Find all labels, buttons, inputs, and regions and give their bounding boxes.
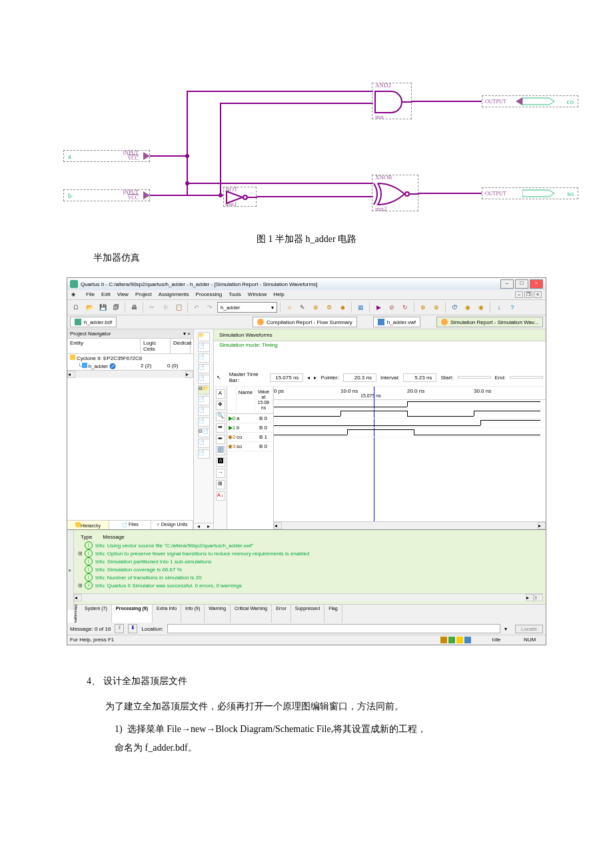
compile-button[interactable]: ▶ bbox=[372, 301, 384, 313]
msg-tab-system[interactable]: System (7) bbox=[81, 605, 112, 623]
nav-col-cells[interactable]: Logic Cells bbox=[141, 339, 171, 353]
menu-view[interactable]: View bbox=[117, 291, 129, 298]
redo-button[interactable]: ↷ bbox=[204, 301, 216, 313]
print-button[interactable]: 🖶 bbox=[128, 301, 140, 313]
nav-tab-units[interactable]: ♂ Design Units bbox=[151, 521, 193, 529]
timing-icon[interactable]: ⏱ bbox=[448, 301, 460, 313]
msg-tab-info[interactable]: Info (9) bbox=[181, 605, 205, 623]
saveall-button[interactable]: 🗐 bbox=[110, 301, 122, 313]
nav-left-icon[interactable]: ◂ bbox=[307, 375, 310, 381]
doc-close-button[interactable]: × bbox=[534, 291, 542, 298]
copy-button[interactable]: ⎘ bbox=[159, 301, 171, 313]
msg-col-type[interactable]: Type bbox=[75, 534, 97, 540]
msg-col-message[interactable]: Message bbox=[97, 534, 129, 540]
nav-row-device[interactable]: Cyclone II: EP2C35F672C8 bbox=[67, 354, 193, 362]
maximize-button[interactable]: □ bbox=[515, 279, 528, 289]
start-value[interactable] bbox=[458, 376, 491, 379]
tab-compilation[interactable]: Compilation Report - Flow Summary bbox=[253, 317, 357, 327]
signal-row-b[interactable]: ▶1bB 0 bbox=[227, 423, 273, 433]
msg-tab-critical[interactable]: Critical Warning bbox=[231, 605, 272, 623]
stop-icon[interactable]: ⊘ bbox=[386, 301, 398, 313]
signal-row-co[interactable]: ◉2coB 1 bbox=[227, 433, 273, 442]
tree-icon[interactable]: 📄 bbox=[198, 353, 210, 363]
doc-restore-button[interactable]: ❐ bbox=[524, 291, 532, 298]
msg-tab-extra[interactable]: Extra Info bbox=[153, 605, 181, 623]
message-row[interactable]: ⊞iInfo: Option to preserve fewer signal … bbox=[74, 549, 543, 557]
msg-tab-error[interactable]: Error bbox=[272, 605, 291, 623]
pen-icon[interactable]: ✎ bbox=[297, 301, 308, 313]
paste-button[interactable]: 📋 bbox=[173, 301, 185, 313]
menu-file[interactable]: File bbox=[86, 291, 95, 298]
report-icon[interactable]: ⊕ bbox=[417, 301, 429, 313]
tree-icon[interactable]: 📄 bbox=[198, 396, 210, 405]
download-icon[interactable]: ↓ bbox=[493, 301, 505, 313]
message-row[interactable]: iInfo: Using vector source file "C:/alte… bbox=[74, 541, 543, 549]
nav-right-icon[interactable]: ▸ bbox=[314, 375, 316, 381]
tree-icon[interactable]: 📄 bbox=[198, 343, 210, 352]
message-row[interactable]: iInfo: Simulation partitioned into 1 sub… bbox=[74, 557, 543, 565]
project-combo[interactable]: h_adder▾ bbox=[217, 302, 277, 313]
nav-col-entity[interactable]: Entity bbox=[67, 339, 141, 353]
waveform-plot[interactable]: 0 ps 10.0 ns 20.0 ns 30.0 ns 15.075 ns bbox=[274, 387, 546, 529]
menu-tools[interactable]: Tools bbox=[229, 291, 241, 298]
signal-row-so[interactable]: ◉3soB 0 bbox=[227, 442, 273, 451]
message-row[interactable]: ⊞iInfo: Quartus II Simulator was success… bbox=[74, 581, 543, 589]
gear-icon[interactable]: ⚙ bbox=[323, 301, 335, 313]
new-button[interactable]: 🗋 bbox=[70, 301, 82, 313]
nav-col-dedic[interactable]: Dedicat bbox=[171, 339, 191, 353]
wave-tool-zoom[interactable]: ✥ bbox=[216, 401, 225, 410]
msg-tab-processing[interactable]: Processing (9) bbox=[112, 605, 153, 623]
undo-button[interactable]: ↶ bbox=[191, 301, 203, 313]
end-value[interactable] bbox=[510, 376, 543, 379]
sim-icon[interactable]: ↻ bbox=[399, 301, 411, 313]
tree-icon[interactable]: ⊟📄 bbox=[198, 428, 210, 437]
help-icon[interactable]: ? bbox=[506, 301, 518, 313]
tree-icon[interactable]: 📁 bbox=[198, 332, 210, 341]
tree-icon[interactable]: 📄 bbox=[198, 375, 210, 384]
doc-minimize-button[interactable]: – bbox=[515, 291, 523, 298]
wave-tool-text[interactable]: A bbox=[216, 389, 225, 399]
nav-row-entity[interactable]: └h_adder ♐ 2 (2) 0 (0) bbox=[67, 362, 193, 370]
tree-icon[interactable]: 📄 bbox=[198, 407, 210, 416]
tree-icon[interactable]: 📄 bbox=[198, 417, 210, 427]
tree-icon[interactable]: 📄 bbox=[198, 364, 210, 373]
msg-scrollbar[interactable]: ◂▸↕ bbox=[74, 593, 543, 601]
message-row[interactable]: iInfo: Simulation coverage is 66.67 % bbox=[74, 565, 543, 573]
wave-tool-bus[interactable]: 🔢 bbox=[216, 446, 225, 455]
open-button[interactable]: 📂 bbox=[83, 301, 95, 313]
report2-icon[interactable]: ⊕ bbox=[430, 301, 442, 313]
cut-button[interactable]: ✂ bbox=[146, 301, 158, 313]
analyze2-icon[interactable]: ◉ bbox=[475, 301, 487, 313]
wave-tool-find[interactable]: 🔍 bbox=[216, 412, 225, 421]
tab-vwf[interactable]: h_adder.vwf bbox=[373, 317, 420, 327]
name-col-header[interactable]: Name bbox=[237, 387, 255, 413]
settings-icon[interactable]: ☼ bbox=[283, 301, 295, 313]
menu-processing[interactable]: Processing bbox=[196, 291, 223, 298]
nav-tab-files[interactable]: 📄 Files bbox=[109, 521, 151, 529]
location-combo[interactable] bbox=[167, 624, 500, 633]
wave-tool-out[interactable]: ⬅ bbox=[216, 435, 225, 444]
tree-icon[interactable]: 📄 bbox=[198, 439, 210, 448]
tab-bdf[interactable]: h_adder.bdf bbox=[70, 317, 117, 327]
cursor-icon[interactable]: ↖ bbox=[217, 375, 225, 381]
msg-next-button[interactable]: ⬇ bbox=[128, 624, 137, 633]
tree-icon[interactable]: ⊟📁 bbox=[198, 385, 210, 395]
message-row[interactable]: iInfo: Number of transitions in simulati… bbox=[74, 573, 543, 581]
menu-edit[interactable]: Edit bbox=[101, 291, 111, 298]
globe-icon[interactable]: ⊕ bbox=[310, 301, 322, 313]
signal-row-a[interactable]: ▶0aB 0 bbox=[227, 414, 273, 423]
value-col-header[interactable]: Value at 15.08 ns bbox=[255, 387, 273, 413]
master-time-value[interactable]: 15.075 ns bbox=[270, 373, 303, 382]
nav-tab-hierarchy[interactable]: Hierarchy bbox=[67, 521, 109, 529]
wave-tool-sort[interactable]: A↓ bbox=[216, 491, 225, 501]
msg-prev-button[interactable]: ⬆ bbox=[115, 624, 124, 633]
analyze-icon[interactable]: ◉ bbox=[462, 301, 474, 313]
msg-tab-flag[interactable]: Flag bbox=[324, 605, 342, 623]
wave-scrollbar[interactable]: ◂▸ bbox=[274, 521, 546, 529]
tree-icon[interactable]: 📄 bbox=[198, 449, 210, 459]
msg-tab-suppressed[interactable]: Suppressed bbox=[291, 605, 324, 623]
tool-icon[interactable]: ◆ bbox=[336, 301, 348, 313]
wave-tool-arrow[interactable]: → bbox=[216, 469, 225, 478]
menu-assignments[interactable]: Assignments bbox=[159, 291, 189, 298]
menu-help[interactable]: Help bbox=[273, 291, 284, 298]
